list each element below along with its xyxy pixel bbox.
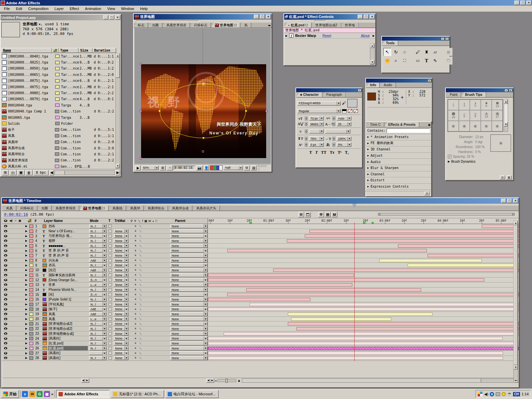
navigator-start-handle[interactable] [378, 213, 380, 215]
quality-switch[interactable]: ✳ [134, 263, 137, 268]
timeline-maximize-button[interactable]: □ [507, 199, 512, 203]
layer-twirl-icon[interactable]: ▶ [25, 336, 27, 341]
video-eye-icon[interactable] [4, 318, 7, 320]
comp-timecode[interactable]: 0:00:02:16 [174, 166, 195, 170]
collapse-switch[interactable]: ＼ [139, 244, 142, 248]
collapse-switch[interactable]: ＼ [139, 331, 142, 336]
layer-duration-bar[interactable] [208, 347, 519, 350]
layer-track[interactable] [208, 229, 519, 234]
project-flowchart-button[interactable]: ⊞ [2, 170, 9, 175]
layer-name[interactable]: 国际事实政治新闻 [49, 273, 89, 278]
brush-menu-button[interactable]: ▸ [509, 89, 512, 92]
layer-label-swatch[interactable] [29, 244, 33, 248]
timeline-titlebar[interactable]: 世界地图 * Timeline _ □ × [2, 198, 519, 204]
spacing-checkbox[interactable]: ✓ [448, 155, 451, 158]
layer-twirl-icon[interactable]: ▶ [25, 244, 27, 248]
stroke-width-value[interactable]: ▼ [309, 129, 324, 133]
ec-scroll-down[interactable]: ▼ [370, 60, 374, 64]
mode-dropdown[interactable]: Add▼ [89, 258, 106, 263]
layer-twirl-icon[interactable]: ▶ [25, 346, 27, 351]
tab-close-box[interactable] [305, 24, 308, 26]
trkmat-dropdown[interactable]: None▼ [114, 326, 128, 331]
brush-cell[interactable]: 5 [459, 110, 470, 121]
layer-name[interactable]: [Deep Orange So... [49, 278, 89, 282]
layer-duration-bar[interactable] [288, 322, 519, 325]
menu-window[interactable]: Window [118, 6, 137, 11]
trkmat-dropdown[interactable]: None▼ [114, 268, 128, 273]
layer-track[interactable] [208, 356, 519, 360]
trkmat-dropdown[interactable]: None▼ [114, 248, 128, 253]
layer-row[interactable]: ▶5T■■■■■■■...N...l▼None▼✳＼None▼ [2, 244, 519, 249]
mode-dropdown[interactable]: N...l▼ [89, 321, 106, 326]
tsume-stepper[interactable]: ▲▼ [332, 143, 335, 147]
comp-frame-image[interactable]: 视 野 與世界同步 視野寰天下 New's Of Every Day × [141, 64, 266, 158]
ec-maximize-button[interactable]: □ [364, 15, 369, 19]
layer-row[interactable]: ▶3T与世界同步 视...N...l▼None▼✳＼None▼ [2, 234, 519, 239]
mode-column-header[interactable]: Mode [90, 219, 98, 223]
brush-cell[interactable] [459, 121, 470, 131]
no-fill-icon[interactable] [348, 109, 352, 113]
timeline-close-button[interactable]: × [513, 199, 518, 203]
layer-label-swatch[interactable] [29, 253, 33, 258]
layer-row[interactable]: ▶8闪光条Add▼None▼✳＼None▼ [2, 258, 519, 263]
hand-tool[interactable]: ✊ [383, 57, 391, 65]
effect-controls-titlebar[interactable]: 🗗 红底.psd * Effect Controls _ □ × [284, 14, 375, 20]
twirl-icon[interactable]: ▶ [367, 160, 369, 163]
twirl-icon[interactable]: ▶ [285, 34, 287, 37]
quality-switch[interactable]: ✳ [134, 317, 137, 321]
layer-track[interactable] [208, 346, 519, 351]
layer-row[interactable]: ▶25[红底.psd]N...l▼None▼✳＼None▼ [2, 341, 519, 346]
tsume-value[interactable]: 0%▼ [337, 142, 351, 147]
trkmat-dropdown[interactable]: None▼ [114, 234, 128, 238]
vscale-stepper[interactable]: ▲▼ [305, 137, 308, 141]
twirl-icon[interactable]: ▶ [367, 173, 369, 176]
kerning-value[interactable]: Metric▼ [309, 122, 324, 126]
brush-cell[interactable]: 13 [492, 100, 503, 110]
timeline-tab-7[interactable]: 凤凰球组合 [144, 206, 168, 211]
trkmat-dropdown[interactable]: None▼ [114, 297, 128, 302]
parent-dropdown[interactable]: None▼ [170, 239, 208, 243]
preserve-transparency-box[interactable] [108, 293, 112, 296]
preserve-transparency-box[interactable] [108, 322, 112, 325]
mask-ellipse[interactable] [160, 84, 246, 138]
brush-new-button[interactable]: ⊡ [500, 175, 505, 179]
preserve-transparency-box[interactable] [108, 303, 112, 306]
label-chip[interactable] [55, 67, 60, 70]
collapse-switch[interactable]: ＼ [139, 234, 142, 238]
collapse-switch[interactable]: ＼ [139, 239, 142, 243]
layer-row[interactable]: ▶27[凤凰柱]▼None▼✳＼None▼ [2, 351, 519, 356]
layer-row[interactable]: ▶26[红底.psd]N...l▼None▼✳＼None▼ [2, 346, 519, 351]
effects-category[interactable]: ▶Blur & Sharpen [366, 165, 431, 171]
preserve-transparency-box[interactable] [108, 225, 112, 228]
no-stroke-icon[interactable] [354, 109, 358, 113]
layer-name[interactable]: [平转凤凰] [49, 302, 89, 307]
new-folder-button[interactable]: 🗀 [9, 170, 17, 175]
preserve-transparency-box[interactable] [108, 332, 112, 335]
effects-category[interactable]: ▶Adjust [366, 153, 431, 159]
clone-stamp-tool[interactable]: ♜ [423, 48, 431, 56]
quality-switch[interactable]: ✳ [134, 331, 137, 336]
layer-track[interactable] [208, 273, 519, 278]
effect-row[interactable]: ▶ f Bezier Warp Reset About ▶ [284, 33, 375, 39]
mask-handle-left[interactable] [159, 110, 160, 112]
rotation-tool[interactable]: ↻ [392, 48, 400, 56]
collapse-switch[interactable]: ＼ [139, 356, 142, 360]
mask-handle-bottom[interactable] [203, 137, 204, 139]
layer-name[interactable]: ■■■■■■■... [49, 244, 89, 248]
quality-switch[interactable]: ✳ [134, 297, 137, 302]
label-chip[interactable] [55, 134, 59, 137]
layer-row[interactable]: ▶19凤凰Add▼None▼✳＼None▼ [2, 312, 519, 317]
mode-dropdown[interactable]: N...l▼ [89, 224, 106, 229]
video-eye-icon[interactable] [4, 323, 7, 325]
table-row[interactable]: [0010000...0025].tgaTar...nce9...Bd 0:..… [1, 59, 116, 65]
layer-track[interactable] [208, 317, 519, 321]
ec-gripper[interactable] [314, 20, 326, 22]
label-chip[interactable] [55, 128, 59, 131]
video-eye-icon[interactable] [4, 308, 7, 310]
brush-trash-button[interactable]: 🗑 [506, 175, 512, 179]
quality-switch[interactable]: ✳ [134, 326, 137, 331]
layer-label-swatch[interactable] [29, 302, 33, 307]
preserve-transparency-box[interactable] [108, 342, 112, 345]
layer-duration-bar[interactable] [398, 244, 519, 248]
layer-row[interactable]: ▶1挡布N...l▼✳＼None▼ [2, 224, 519, 229]
